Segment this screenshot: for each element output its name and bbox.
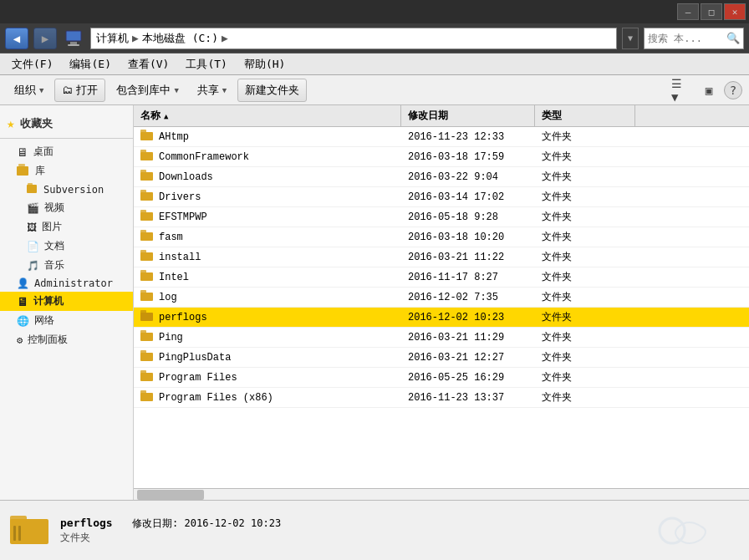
file-area: 名称 ▲ 修改日期 类型 AHtmp2016-11-23 12:33文件夹 Co… <box>134 105 749 500</box>
include-library-button[interactable]: 包含到库中 ▼ <box>109 79 186 102</box>
include-dropdown-icon: ▼ <box>174 86 178 94</box>
sidebar-item-music[interactable]: 🎵 音乐 <box>0 256 133 275</box>
svg-rect-32 <box>140 370 146 374</box>
share-button[interactable]: 共享 ▼ <box>190 79 234 102</box>
breadcrumb-segment[interactable]: 计算机 <box>96 31 129 46</box>
menu-file[interactable]: 文件(F) <box>7 55 58 74</box>
menu-view[interactable]: 查看(V) <box>123 55 174 74</box>
breadcrumb[interactable]: 计算机 ▶ 本地磁盘 (C:) ▶ <box>90 28 617 49</box>
table-row[interactable]: Drivers2016-03-14 17:02文件夹 <box>134 187 749 207</box>
sidebar-item-desktop[interactable]: 🖥 桌面 <box>0 142 133 161</box>
search-dropdown[interactable]: ▼ <box>622 28 639 49</box>
svg-rect-26 <box>140 310 146 313</box>
table-row[interactable]: fasm2016-03-18 10:20文件夹 <box>134 227 749 247</box>
view-details-button[interactable]: ☰ ▼ <box>670 79 694 101</box>
file-name-text: PingPlusData <box>159 352 231 364</box>
toolbar: 组织 ▼ 🗂 打开 包含到库中 ▼ 共享 ▼ 新建文件夹 ☰ ▼ ▣ ? <box>0 75 749 105</box>
sidebar-item-document[interactable]: 📄 文档 <box>0 237 133 256</box>
file-date-cell: 2016-11-17 8:27 <box>401 269 535 286</box>
table-row[interactable]: CommonFramework2016-03-18 17:59文件夹 <box>134 147 749 167</box>
svg-rect-16 <box>140 210 146 213</box>
svg-rect-33 <box>140 393 153 401</box>
minimize-button[interactable]: — <box>677 3 699 20</box>
svg-rect-18 <box>140 230 146 233</box>
open-button[interactable]: 🗂 打开 <box>54 79 105 102</box>
file-date-cell: 2016-03-22 9:04 <box>401 169 535 186</box>
file-name-text: Ping <box>159 332 183 344</box>
address-bar: ◀ ▶ 计算机 ▶ 本地磁盘 (C:) ▶ ▼ 🔍 <box>0 23 749 53</box>
file-date-cell: 2016-03-18 10:20 <box>401 229 535 246</box>
sidebar-item-subversion[interactable]: Subversion <box>0 181 133 198</box>
table-row[interactable]: log2016-12-02 7:35文件夹 <box>134 288 749 308</box>
sidebar-item-video[interactable]: 🎬 视频 <box>0 198 133 217</box>
table-row[interactable]: PingPlusData2016-03-21 12:27文件夹 <box>134 348 749 368</box>
file-name-text: Program Files <box>159 372 237 384</box>
organize-button[interactable]: 组织 ▼ <box>7 79 51 102</box>
table-row[interactable]: Program Files2016-05-25 16:29文件夹 <box>134 368 749 388</box>
hscroll-thumb[interactable] <box>137 490 204 500</box>
table-row[interactable]: AHtmp2016-11-23 12:33文件夹 <box>134 127 749 147</box>
table-row[interactable]: Program Files (x86)2016-11-23 13:37文件夹 <box>134 388 749 408</box>
share-dropdown-icon: ▼ <box>222 86 227 94</box>
file-name-cell: Ping <box>134 328 401 347</box>
menu-help[interactable]: 帮助(H) <box>239 55 290 74</box>
table-row[interactable]: perflogs2016-12-02 10:23文件夹 <box>134 308 749 328</box>
favorites-label: 收藏夹 <box>20 116 53 131</box>
file-name-cell: AHtmp <box>134 127 401 146</box>
subversion-icon <box>27 183 38 196</box>
col-header-name[interactable]: 名称 ▲ <box>134 105 401 126</box>
svg-rect-15 <box>140 212 153 221</box>
forward-button[interactable]: ▶ <box>33 28 57 49</box>
file-type-cell: 文件夹 <box>535 147 635 166</box>
new-folder-button[interactable]: 新建文件夹 <box>237 79 307 102</box>
sidebar-item-control-panel[interactable]: ⚙ 控制面板 <box>0 330 133 349</box>
svg-rect-2 <box>68 44 79 46</box>
picture-icon: 🖼 <box>27 221 37 233</box>
view-pane-button[interactable]: ▣ <box>697 79 721 101</box>
search-input[interactable] <box>648 33 723 44</box>
table-row[interactable]: install2016-03-21 11:22文件夹 <box>134 247 749 267</box>
table-row[interactable]: Intel2016-11-17 8:27文件夹 <box>134 267 749 288</box>
sidebar-item-computer[interactable]: 🖥 计算机 <box>0 292 133 311</box>
folder-icon <box>140 170 154 184</box>
sidebar-item-administrator[interactable]: 👤 Administrator <box>0 275 133 292</box>
table-row[interactable]: Ping2016-03-21 11:29文件夹 <box>134 328 749 348</box>
svg-rect-38 <box>18 526 21 541</box>
desktop-icon: 🖥 <box>17 145 28 159</box>
file-date-cell: 2016-11-23 13:37 <box>401 389 535 406</box>
sidebar-item-network[interactable]: 🌐 网络 <box>0 311 133 330</box>
folder-icon <box>140 330 154 344</box>
breadcrumb-segment[interactable]: 本地磁盘 (C:) <box>142 31 218 46</box>
folder-icon <box>140 150 154 164</box>
file-name-text: Downloads <box>159 171 213 183</box>
file-name-cell: Program Files (x86) <box>134 388 401 407</box>
music-label: 音乐 <box>44 258 64 272</box>
search-icon[interactable]: 🔍 <box>726 32 740 44</box>
table-row[interactable]: Downloads2016-03-22 9:04文件夹 <box>134 167 749 187</box>
sidebar-item-picture[interactable]: 🖼 图片 <box>0 217 133 237</box>
menu-tools[interactable]: 工具(T) <box>181 55 232 74</box>
col-header-date[interactable]: 修改日期 <box>401 105 535 126</box>
back-button[interactable]: ◀ <box>5 28 28 49</box>
folder-icon <box>140 390 154 405</box>
sidebar-item-library[interactable]: 库 <box>0 161 133 181</box>
file-type-cell: 文件夹 <box>535 368 635 387</box>
col-header-type[interactable]: 类型 <box>535 105 635 126</box>
svg-rect-30 <box>140 350 146 354</box>
help-button[interactable]: ? <box>724 81 742 99</box>
svg-rect-3 <box>17 166 28 176</box>
favorites-section[interactable]: ★ 收藏夹 <box>0 112 133 135</box>
file-type-cell: 文件夹 <box>535 267 635 287</box>
control-label: 控制面板 <box>28 333 68 347</box>
menu-edit[interactable]: 编辑(E) <box>64 55 115 74</box>
svg-rect-20 <box>140 250 146 253</box>
maximize-button[interactable]: □ <box>701 3 722 20</box>
file-date-cell: 2016-12-02 7:35 <box>401 289 535 306</box>
horizontal-scrollbar[interactable] <box>134 488 749 500</box>
folder-icon <box>140 250 154 264</box>
close-button[interactable]: ✕ <box>724 3 746 20</box>
file-type-cell: 文件夹 <box>535 167 635 186</box>
svg-point-39 <box>660 518 685 543</box>
table-row[interactable]: EFSTMPWP2016-05-18 9:28文件夹 <box>134 207 749 227</box>
svg-rect-25 <box>140 313 153 321</box>
